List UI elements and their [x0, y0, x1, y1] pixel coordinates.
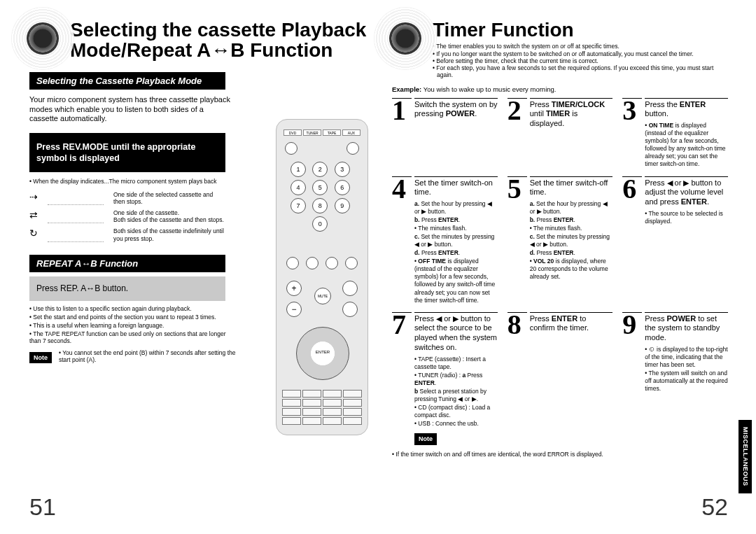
bottom-note: • If the timer switch on and off times a… [392, 451, 728, 458]
remote-play-icon [326, 257, 338, 269]
remote-eject-icon [346, 142, 359, 155]
remote-skip-fwd-icon [345, 257, 358, 269]
example-line: Example: You wish to wake up to music ev… [392, 85, 728, 93]
note-text-left: • You cannot set the end point (B) withi… [55, 349, 239, 363]
remote-tune-up-icon [342, 281, 358, 296]
tip-2: • Set the start and end points of the se… [29, 314, 232, 321]
step-3-sub: • ON TIME is displayed (instead of the e… [645, 122, 728, 168]
page-number-left: 51 [29, 493, 56, 521]
steps-grid: 1 Switch the system on by pressing POWER… [392, 98, 728, 446]
section-head-1: Selecting the Cassette Playback Mode [29, 72, 225, 90]
page-title-left: Selecting the cassette Playback Mode/Rep… [70, 20, 371, 61]
remote-tune-down-icon [342, 302, 358, 317]
step-9-sub: • ⏲ is displayed to the top-right of the… [645, 346, 728, 393]
page-title-right: Timer Function [433, 20, 728, 40]
note-badge-left: Note [29, 352, 52, 364]
step-2: 2 Press TIMER/CLOCK until TIMER is displ… [507, 98, 613, 169]
speaker-graphic-left [11, 7, 74, 70]
remote-nav-wheel [296, 327, 349, 380]
mode-icon-one-side: ⇢ [29, 191, 38, 205]
mode-desc-1: One side of the selected cassette and th… [113, 191, 225, 205]
tip-3: • This is a useful when learning a forei… [29, 322, 232, 329]
note-badge-step7: Note [414, 433, 437, 445]
tips-list: • Use this to listen to a specific secti… [29, 305, 232, 345]
mode-icon-loop: ↻ [29, 227, 38, 241]
instruction-bar-1: Press REV.MODE until the appropriate sym… [29, 133, 225, 173]
tip-4: • The TAPE REPEAT function can be used o… [29, 330, 232, 344]
step-8: 8 Press ENTER to confirm the timer. [507, 312, 613, 446]
mode-desc-2: One side of the cassette. Both sides of … [113, 209, 225, 223]
remote-btn-tuner: TUNER [303, 129, 321, 136]
step-9: 9 Press POWER to set the system to stand… [622, 312, 728, 446]
step-5-sub: a. Set the hour by pressing ◀ or ▶ butto… [530, 200, 613, 281]
step-1: 1 Switch the system on by pressing POWER… [392, 98, 498, 169]
step-3: 3 Press the ENTER button. • ON TIME is d… [622, 98, 728, 169]
mode-desc-3: Both sides of the cassette indefinitely … [113, 227, 225, 241]
remote-vol-up-icon: + [286, 281, 302, 296]
title-block-right: Timer Function • The timer enables you t… [392, 20, 728, 78]
section-head-2: REPEAT A↔B Function [29, 255, 225, 273]
speaker-graphic-right [374, 7, 437, 70]
step-5: 5 Set the timer switch-off time. a. Set … [507, 176, 613, 305]
remote-btn-aux: AUX [342, 129, 360, 136]
page-number-right: 52 [701, 493, 728, 521]
remote-stop-icon [306, 257, 318, 269]
title-block-left: Selecting the cassette Playback Mode/Rep… [29, 20, 371, 61]
step-4-sub: a. Set the hour by pressing ◀ or ▶ butto… [414, 200, 498, 304]
mode-icon-both-once: ⇄ [29, 209, 38, 223]
mode-row-2: ⇄ One side of the cassette. Both sides o… [29, 209, 225, 223]
remote-btn-tape: TAPE [323, 129, 341, 136]
remote-numpad: 123 456 789 0 [290, 162, 354, 232]
tip-1: • Use this to listen to a specific secti… [29, 305, 232, 312]
mode-row-3: ↻ Both sides of the cassette indefinitel… [29, 227, 225, 241]
step-7-sub: • TAPE (cassette) : Insert a cassette ta… [414, 356, 498, 428]
remote-bottom-grid [282, 390, 362, 425]
step-6-sub: • The source to be selected is displayed… [645, 210, 728, 225]
remote-control-illustration: DVD TUNER TAPE AUX 123 456 789 0 + − MUT… [276, 119, 368, 435]
step-6: 6 Press ◀ or ▶ button to adjust the volu… [622, 176, 728, 305]
note-row-left: Note • You cannot set the end point (B) … [29, 349, 239, 364]
step-7: 7 Press ◀ or ▶ button to select the sour… [392, 312, 498, 446]
remote-power-icon [285, 142, 298, 155]
remote-btn-dvd: DVD [284, 129, 302, 136]
page-51: Selecting the cassette Playback Mode/Rep… [0, 0, 378, 534]
remote-vol-down-icon: − [286, 302, 302, 317]
section-body-1: Your micro component system has three ca… [29, 95, 232, 123]
mode-lead: • When the display indicates...The micro… [29, 178, 225, 185]
mode-table: • When the display indicates...The micro… [29, 178, 225, 241]
page-52: Timer Function • The timer enables you t… [378, 0, 756, 534]
remote-mute-icon: MUTE [314, 288, 331, 304]
step-4: 4 Set the timer switch-on time. a. Set t… [392, 176, 498, 305]
mode-row-1: ⇢ One side of the selected cassette and … [29, 191, 225, 205]
instruction-grey: Press REP. A↔B button. [29, 276, 225, 300]
tab-miscellaneous: MISCELLANEOUS [738, 420, 752, 493]
remote-skip-back-icon [286, 257, 299, 269]
intro-bullets: • The timer enables you to switch the sy… [433, 43, 728, 78]
